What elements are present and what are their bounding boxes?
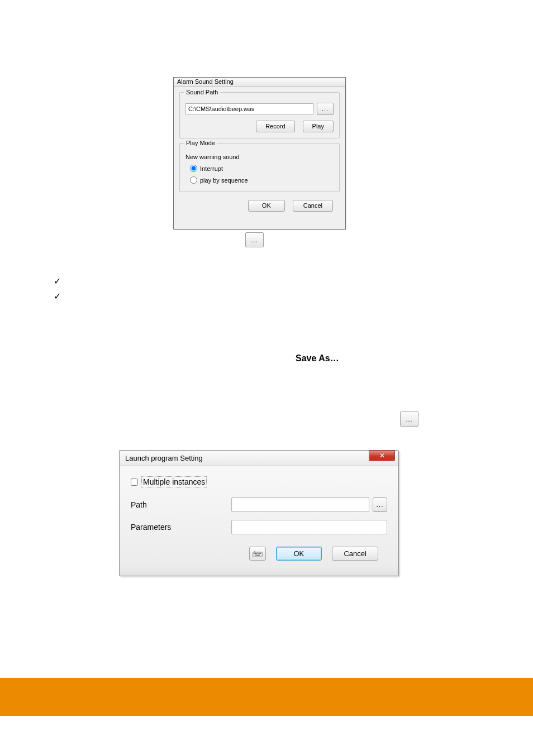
radio-label: play by sequence (200, 177, 248, 184)
browse-button-inline-2[interactable]: ... (400, 412, 418, 427)
radio-interrupt-input[interactable] (190, 165, 197, 172)
record-button[interactable]: Record (256, 121, 294, 132)
group-label: Sound Path (184, 89, 220, 95)
dialog-title: Launch program Setting (125, 454, 203, 462)
svg-rect-1 (254, 553, 255, 554)
sound-path-group: Sound Path C:\CMS\audio\beep.wav ... Rec… (179, 92, 340, 138)
browse-button-inline[interactable]: ... (245, 232, 264, 247)
dialog2-footer: OK Cancel (131, 542, 387, 561)
parameters-input[interactable] (231, 520, 387, 534)
keyboard-button[interactable] (249, 547, 266, 561)
path-input[interactable] (231, 497, 369, 512)
radio-interrupt[interactable]: Interrupt (190, 165, 334, 172)
path-row: Path ... (131, 497, 387, 512)
radio-sequence-input[interactable] (190, 176, 197, 184)
save-as-text: Save As… (296, 353, 339, 363)
svg-rect-4 (258, 553, 259, 554)
radio-sequence[interactable]: play by sequence (190, 176, 334, 184)
dialog-body: Multiple instances Path ... Parameters (120, 466, 398, 566)
parameters-row: Parameters (131, 520, 387, 534)
record-play-row: Record Play (185, 121, 334, 132)
check-list: ✓ ✓ (54, 276, 61, 302)
close-button[interactable]: ✕ (369, 450, 395, 461)
dialog-body: Sound Path C:\CMS\audio\beep.wav ... Rec… (174, 87, 345, 217)
multiple-instances-row: Multiple instances (131, 476, 387, 487)
browse-button[interactable]: ... (245, 232, 264, 247)
play-button[interactable]: Play (303, 121, 334, 132)
play-mode-group: Play Mode New warning sound Interrupt pl… (179, 143, 340, 192)
dialog-titlebar: Launch program Setting ✕ (120, 451, 398, 466)
cancel-button[interactable]: Cancel (293, 200, 333, 212)
ok-button[interactable]: OK (276, 547, 322, 561)
play-mode-subhead: New warning sound (185, 154, 334, 160)
cancel-button[interactable]: Cancel (332, 547, 378, 561)
keyboard-icon (253, 550, 263, 558)
path-row: C:\CMS\audio\beep.wav ... (185, 103, 334, 115)
svg-rect-2 (255, 553, 256, 554)
dialog1-footer: OK Cancel (179, 197, 340, 212)
footer-bar (0, 678, 533, 716)
launch-program-dialog: Launch program Setting ✕ Multiple instan… (119, 450, 399, 576)
dialog-title: Alarm Sound Setting (174, 78, 345, 87)
alarm-sound-dialog: Alarm Sound Setting Sound Path C:\CMS\au… (173, 77, 346, 229)
svg-rect-6 (260, 553, 261, 554)
play-mode-content: New warning sound Interrupt play by sequ… (185, 154, 334, 184)
browse-button[interactable]: ... (373, 497, 387, 512)
ok-button[interactable]: OK (248, 200, 285, 212)
close-icon: ✕ (379, 452, 385, 460)
sound-path-input[interactable]: C:\CMS\audio\beep.wav (185, 103, 313, 114)
check-icon: ✓ (54, 276, 61, 286)
radio-label: Interrupt (200, 165, 223, 172)
svg-rect-3 (256, 553, 258, 554)
svg-rect-5 (259, 553, 260, 554)
svg-rect-7 (255, 554, 260, 556)
path-label: Path (131, 500, 231, 509)
browse-button[interactable]: ... (317, 103, 334, 115)
group-label: Play Mode (184, 140, 217, 146)
multiple-instances-label: Multiple instances (141, 476, 207, 487)
parameters-label: Parameters (131, 523, 231, 532)
multiple-instances-checkbox[interactable] (131, 479, 138, 486)
browse-button[interactable]: ... (400, 412, 418, 427)
check-icon: ✓ (54, 291, 61, 302)
svg-rect-0 (253, 552, 263, 557)
